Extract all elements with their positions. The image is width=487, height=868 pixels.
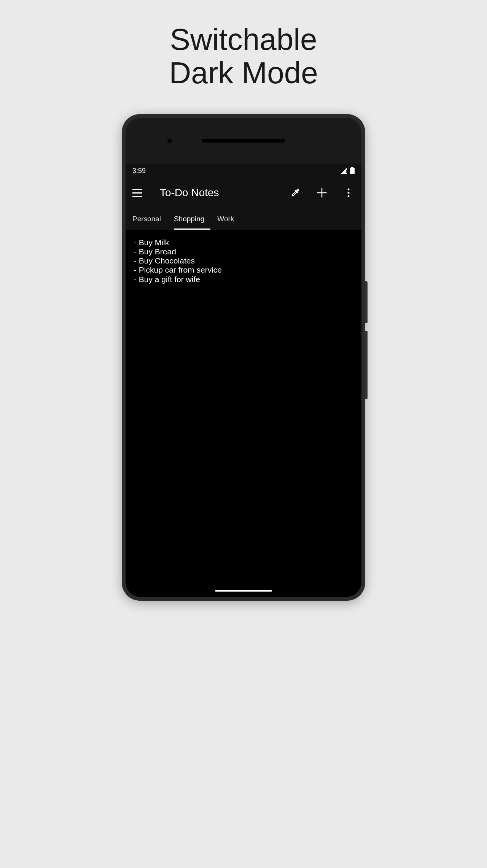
tab-shopping[interactable]: Shopping xyxy=(174,209,210,230)
app-header: To-Do Notes xyxy=(126,178,361,208)
note-line: - Buy Bread xyxy=(134,247,353,256)
note-line: - Pickup car from service xyxy=(134,265,353,275)
phone-camera xyxy=(167,139,172,143)
phone-mockup: 3:59 xyxy=(122,114,365,601)
svg-rect-0 xyxy=(346,170,347,173)
header-actions xyxy=(289,187,355,199)
svg-rect-1 xyxy=(351,167,353,168)
tab-personal[interactable]: Personal xyxy=(132,209,167,230)
signal-icon xyxy=(341,168,348,174)
eyedropper-icon xyxy=(290,187,301,198)
svg-point-4 xyxy=(348,192,350,194)
promo-line-1: Switchable xyxy=(0,23,487,56)
phone-inner: 3:59 xyxy=(126,118,361,597)
note-content[interactable]: - Buy Milk - Buy Bread - Buy Chocolates … xyxy=(126,230,361,597)
tabs: Personal Shopping Work xyxy=(126,208,361,230)
tab-work[interactable]: Work xyxy=(217,209,240,230)
plus-icon xyxy=(316,187,328,198)
note-line: - Buy Chocolates xyxy=(134,256,353,265)
phone-side-button xyxy=(365,331,368,399)
svg-point-5 xyxy=(348,195,350,197)
add-button[interactable] xyxy=(316,187,328,199)
note-line: - Buy Milk xyxy=(134,238,353,247)
phone-top-bezel xyxy=(126,118,361,163)
status-right xyxy=(341,167,355,174)
phone-frame: 3:59 xyxy=(122,114,365,601)
status-bar: 3:59 xyxy=(126,163,361,178)
battery-icon xyxy=(350,167,355,174)
more-vertical-icon xyxy=(347,188,350,197)
phone-speaker xyxy=(202,139,285,143)
screen: 3:59 xyxy=(126,163,361,597)
phone-side-button xyxy=(365,281,368,323)
home-indicator[interactable] xyxy=(215,590,272,592)
svg-rect-2 xyxy=(350,168,355,174)
status-time: 3:59 xyxy=(132,167,146,175)
promo-line-2: Dark Mode xyxy=(0,56,487,90)
svg-point-3 xyxy=(348,189,350,190)
more-button[interactable] xyxy=(342,187,355,199)
note-line: - Buy a gift for wife xyxy=(134,275,353,284)
promo-heading: Switchable Dark Mode xyxy=(0,0,487,90)
menu-button[interactable] xyxy=(132,187,144,198)
app-title: To-Do Notes xyxy=(160,187,219,199)
color-picker-button[interactable] xyxy=(289,187,301,199)
